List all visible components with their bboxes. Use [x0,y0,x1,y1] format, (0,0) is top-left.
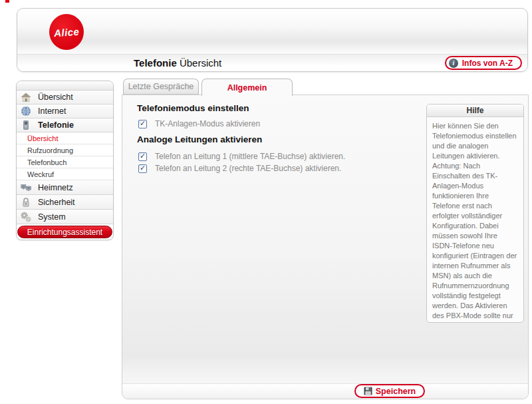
browser-edge-mark [5,0,9,3]
sidebar-item-label: Internet [38,106,66,116]
checkbox-row-tk-anlagen-modus[interactable]: ✓ TK-Anlagen-Modus aktivieren [138,119,260,128]
sidebar-subitem-label: Telefonbuch [27,158,66,166]
floppy-disk-icon [364,387,372,395]
tab-letzte-gespraeche[interactable]: Letzte Gespräche [123,79,199,95]
sidebar: Übersicht Internet Telefonie Übersicht R… [16,81,114,240]
section-title-analoge-leitungen: Analoge Leitungen aktivieren [137,134,262,144]
globe-icon [21,106,31,116]
checkbox-label[interactable]: Telefon an Leitung 1 (mittlere TAE-Buchs… [155,152,345,161]
alice-logo-text: Alice [53,25,79,39]
leitung-2-checkbox[interactable]: ✓ [138,164,147,173]
sidebar-item-label: Sicherheit [38,198,75,207]
title-bar: Telefonie Übersicht i Infos von A-Z [17,54,527,71]
sidebar-subitem-label: Übersicht [27,134,58,142]
help-text: Hier können Sie den Telefoniemodus einst… [427,117,523,323]
section-title-telefoniemodus: Telefoniemodus einstellen [137,103,249,113]
tab-label: Letzte Gespräche [128,82,194,91]
sidebar-item-label: Telefonie [38,120,74,130]
tk-anlagen-modus-checkbox[interactable]: ✓ [138,120,147,128]
sidebar-subitem-rufzuordnung[interactable]: Rufzuordnung [17,144,113,156]
sidebar-subitem-label: Rufzuordnung [27,146,73,154]
sidebar-subitem-label: Weckruf [27,170,54,178]
check-icon: ✓ [140,164,146,172]
checkbox-label[interactable]: TK-Anlagen-Modus aktivieren [155,119,260,128]
sidebar-item-telefonie[interactable]: Telefonie [17,118,113,132]
check-icon: ✓ [140,120,146,127]
header: Alice Telefonie Übersicht i Infos von A-… [17,8,528,72]
network-icon [21,182,31,193]
help-paragraph: Hier können Sie den Telefoniemodus einst… [432,121,518,161]
sidebar-cap [17,81,113,91]
sidebar-item-uebersicht[interactable]: Übersicht [17,91,113,104]
content-panel: Telefoniemodus einstellen ✓ TK-Anlagen-M… [122,95,529,399]
checkbox-label[interactable]: Telefon an Leitung 2 (rechte TAE-Buchse)… [155,164,341,173]
leitung-1-checkbox[interactable]: ✓ [138,152,147,161]
sidebar-item-sicherheit[interactable]: Sicherheit [17,195,113,210]
check-icon: ✓ [140,152,146,160]
sidebar-item-system[interactable]: System [17,210,113,224]
sidebar-item-label: Übersicht [38,93,73,102]
info-icon: i [449,59,458,68]
home-icon [21,92,31,102]
sidebar-item-label: Heimnetz [38,183,73,192]
einrichtungsassistent-label: Einrichtungsassistent [27,228,102,237]
sidebar-subitem-uebersicht[interactable]: Übersicht [17,132,113,144]
help-paragraph: Achtung: Nach Einschalten des TK-Anlagen… [432,161,518,323]
checkbox-row-leitung-1[interactable]: ✓ Telefon an Leitung 1 (mittlere TAE-Buc… [138,152,345,161]
infos-button-label: Infos von A-Z [462,59,513,68]
page-title: Telefonie Übersicht [134,57,221,69]
sidebar-subitem-telefonbuch[interactable]: Telefonbuch [17,156,113,168]
page-title-section: Telefonie [134,57,177,69]
einrichtungsassistent-button[interactable]: Einrichtungsassistent [17,226,112,238]
panel-footer [122,383,528,399]
help-title: Hilfe [427,104,523,117]
phone-icon [21,120,31,130]
save-button[interactable]: Speichern [354,384,425,398]
save-button-label: Speichern [376,387,416,396]
help-box: Hilfe Hier können Sie den Telefoniemodus… [426,104,524,323]
alice-logo: Alice [49,14,84,50]
sidebar-item-heimnetz[interactable]: Heimnetz [17,180,113,195]
checkbox-row-leitung-2[interactable]: ✓ Telefon an Leitung 2 (rechte TAE-Buchs… [138,164,341,173]
gears-icon [21,212,31,222]
tab-allgemein[interactable]: Allgemein [201,79,293,96]
tab-label: Allgemein [227,83,267,93]
sidebar-item-internet[interactable]: Internet [17,104,113,118]
page-title-subsection: Übersicht [180,57,221,69]
sidebar-item-label: System [38,212,66,222]
lock-icon [21,197,31,208]
infos-von-a-z-button[interactable]: i Infos von A-Z [445,56,522,70]
sidebar-subitem-weckruf[interactable]: Weckruf [17,168,113,180]
